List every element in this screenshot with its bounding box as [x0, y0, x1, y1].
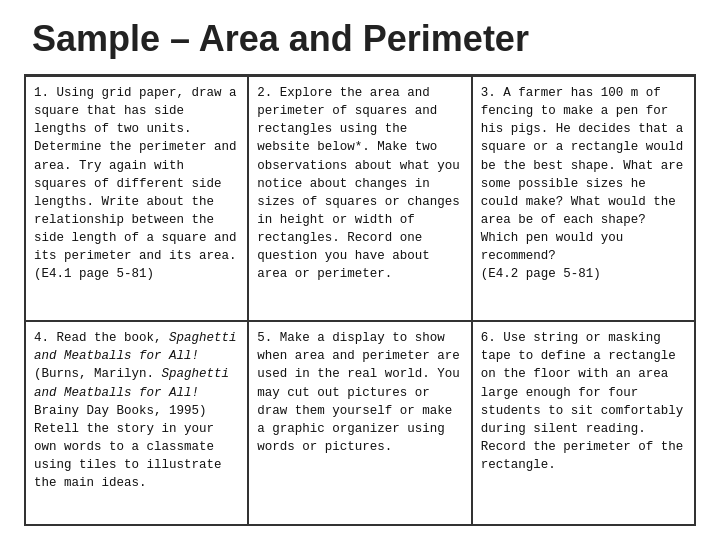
- table-cell-r1-c2: 6. Use string or masking tape to define …: [472, 321, 695, 525]
- table-cell-r0-c2: 3. A farmer has 100 m of fencing to make…: [472, 76, 695, 322]
- table-cell-r1-c1: 5. Make a display to show when area and …: [248, 321, 471, 525]
- table-cell-r1-c0: 4. Read the book, Spaghetti and Meatball…: [25, 321, 248, 525]
- activity-table: 1. Using grid paper, draw a square that …: [24, 74, 696, 526]
- page: Sample – Area and Perimeter 1. Using gri…: [0, 0, 720, 540]
- table-cell-r0-c0: 1. Using grid paper, draw a square that …: [25, 76, 248, 322]
- page-title: Sample – Area and Perimeter: [24, 18, 696, 60]
- table-cell-r0-c1: 2. Explore the area and perimeter of squ…: [248, 76, 471, 322]
